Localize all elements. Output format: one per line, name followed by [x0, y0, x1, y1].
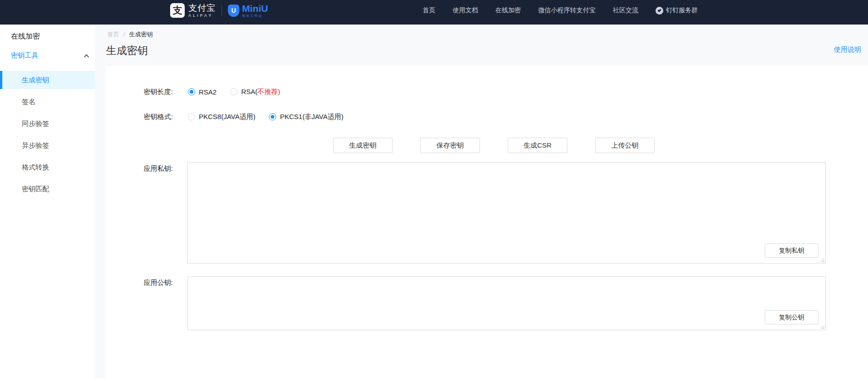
- key-format-radio-group: PKCS8(JAVA适用) PKCS1(非JAVA适用): [188, 113, 343, 121]
- nav-menu: 首页 使用文档 在线加密 微信小程序转支付宝 社区交流 钉钉服务群: [423, 6, 698, 15]
- page-title: 生成密钥: [106, 44, 148, 58]
- sidebar-group-key-tools[interactable]: 密钥工具: [11, 51, 88, 60]
- nav-item-dingtalk-group[interactable]: 钉钉服务群: [656, 6, 698, 15]
- radio-pkcs8-control[interactable]: [188, 113, 195, 120]
- nav-item-dingtalk-label: 钉钉服务群: [666, 6, 698, 15]
- private-key-field-wrap: 复制私钥: [187, 162, 826, 264]
- sidebar-item-sync-verify[interactable]: 同步验签: [0, 114, 95, 133]
- breadcrumb-current: 生成密钥: [129, 31, 153, 38]
- public-key-field-wrap: 复制公钥: [187, 276, 826, 330]
- public-key-textarea[interactable]: [188, 277, 825, 330]
- miniu-brand-subtext: 研发工作台: [242, 14, 268, 17]
- dingtalk-icon: [656, 7, 663, 15]
- usage-help-link[interactable]: 使用说明: [834, 45, 861, 54]
- radio-pkcs1[interactable]: PKCS1(非JAVA适用): [269, 113, 343, 121]
- action-buttons: 生成密钥 保存密钥 生成CSR 上传公钥: [333, 138, 655, 153]
- breadcrumb-separator: /: [123, 31, 125, 38]
- key-format-label: 密钥格式:: [106, 113, 173, 121]
- page: 支 支付宝 ALIPAY U MiniU 研发工作台 首页 使用文档 在线加密 …: [0, 0, 868, 378]
- save-key-button[interactable]: 保存密钥: [420, 138, 480, 153]
- top-navbar: 支 支付宝 ALIPAY U MiniU 研发工作台 首页 使用文档 在线加密 …: [0, 0, 868, 25]
- nav-item-community[interactable]: 社区交流: [613, 6, 638, 15]
- sidebar-group-label: 密钥工具: [11, 51, 38, 60]
- copy-private-key-button[interactable]: 复制私钥: [765, 244, 818, 258]
- sidebar-item-key-match[interactable]: 密钥匹配: [0, 180, 95, 198]
- upload-public-key-button[interactable]: 上传公钥: [595, 138, 655, 153]
- sidebar-item-async-verify[interactable]: 异步验签: [0, 136, 95, 154]
- breadcrumb-home[interactable]: 首页: [107, 31, 119, 38]
- radio-pkcs8[interactable]: PKCS8(JAVA适用): [188, 113, 255, 121]
- chevron-up-icon: [84, 54, 89, 59]
- key-length-radio-group: RSA2 RSA(不推荐): [188, 88, 280, 96]
- private-key-textarea[interactable]: [188, 163, 825, 263]
- key-length-label: 密钥长度:: [106, 88, 173, 96]
- breadcrumb: 首页/生成密钥: [107, 30, 153, 39]
- private-key-label: 应用私钥:: [106, 164, 173, 173]
- miniu-brand-text: MiniU: [242, 4, 268, 13]
- radio-rsa-label: RSA(不推荐): [241, 88, 280, 96]
- radio-pkcs1-control[interactable]: [269, 113, 276, 120]
- sidebar-title: 在线加密: [11, 32, 40, 41]
- logo-group[interactable]: 支 支付宝 ALIPAY U MiniU 研发工作台: [170, 3, 268, 18]
- nav-item-online-encrypt[interactable]: 在线加密: [495, 6, 521, 15]
- alipay-icon: 支: [170, 3, 185, 18]
- radio-rsa2[interactable]: RSA2: [188, 88, 217, 96]
- nav-item-home[interactable]: 首页: [423, 6, 435, 15]
- logo-divider: [222, 5, 222, 16]
- radio-rsa2-label: RSA2: [199, 88, 217, 96]
- radio-rsa-control[interactable]: [230, 88, 237, 95]
- content-card: 密钥长度: RSA2 RSA(不推荐) 密钥格式:: [106, 66, 868, 378]
- main-area: 首页/生成密钥 生成密钥 使用说明 密钥长度: RSA2 RSA(不推荐): [95, 25, 868, 378]
- nav-item-docs[interactable]: 使用文档: [453, 6, 478, 15]
- alipay-brand-subtext: ALIPAY: [188, 14, 216, 18]
- radio-pkcs1-label: PKCS1(非JAVA适用): [280, 113, 343, 121]
- alipay-brand-text: 支付宝: [188, 4, 216, 12]
- key-length-row: 密钥长度: RSA2 RSA(不推荐): [106, 84, 280, 99]
- rsa-not-recommended-text: 不推荐): [257, 88, 280, 95]
- sidebar-item-generate-key[interactable]: 生成密钥: [0, 71, 95, 89]
- radio-rsa2-control[interactable]: [188, 88, 195, 95]
- key-format-row: 密钥格式: PKCS8(JAVA适用) PKCS1(非JAVA适用): [106, 109, 343, 124]
- generate-key-button[interactable]: 生成密钥: [333, 138, 393, 153]
- nav-item-wechat-convert[interactable]: 微信小程序转支付宝: [538, 6, 595, 15]
- copy-public-key-button[interactable]: 复制公钥: [765, 310, 818, 324]
- radio-pkcs8-label: PKCS8(JAVA适用): [199, 113, 255, 121]
- sidebar-item-format-convert[interactable]: 格式转换: [0, 158, 95, 176]
- radio-rsa[interactable]: RSA(不推荐): [230, 88, 280, 96]
- sidebar-item-sign[interactable]: 签名: [0, 93, 95, 111]
- sidebar: 在线加密 密钥工具 生成密钥 签名 同步验签 异步验签 格式转换 密钥匹配: [0, 25, 95, 378]
- sidebar-menu: 生成密钥 签名 同步验签 异步验签 格式转换 密钥匹配: [0, 71, 95, 202]
- public-key-label: 应用公钥:: [106, 279, 173, 287]
- generate-csr-button[interactable]: 生成CSR: [508, 138, 567, 153]
- miniu-shield-icon: U: [228, 5, 239, 17]
